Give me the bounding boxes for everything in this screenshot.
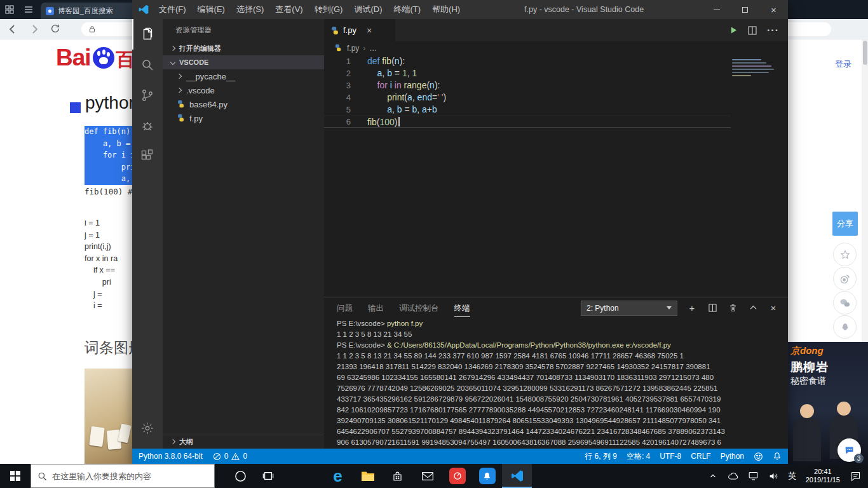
file-explorer-icon[interactable]	[353, 464, 383, 488]
cursor-position-status[interactable]: 行 6, 列 9	[585, 451, 617, 462]
problems-status[interactable]: 0 0	[213, 452, 247, 461]
menubar-item[interactable]: 终端(T)	[388, 0, 426, 19]
activity-search-icon[interactable]	[132, 50, 163, 80]
task-view-button[interactable]	[254, 464, 282, 488]
breadcrumb[interactable]: f.py › …	[324, 41, 788, 55]
menubar-item[interactable]: 文件(F)	[153, 0, 192, 19]
vscode-taskbar-icon[interactable]	[502, 464, 532, 488]
menubar-item[interactable]: 查看(V)	[269, 0, 308, 19]
favorite-icon[interactable]	[833, 243, 857, 266]
tree-item-base64.py[interactable]: base64.py	[163, 97, 324, 111]
browser-grid-icon[interactable]	[0, 0, 19, 19]
error-count: 0	[224, 452, 229, 461]
split-editor-button[interactable]	[748, 26, 757, 35]
panel-tab[interactable]: 问题	[337, 299, 353, 317]
forward-button[interactable]	[28, 23, 42, 36]
activity-explorer-icon[interactable]	[132, 19, 163, 50]
close-button[interactable]: ×	[759, 0, 788, 19]
editor-code-line[interactable]: 4 print(a, end=' ')	[324, 92, 731, 104]
code-editor[interactable]: 1def fib(n):2 a, b = 1, 13 for i in rang…	[324, 55, 731, 128]
python-interpreter-status[interactable]: Python 3.8.0 64-bit	[139, 452, 203, 461]
editor-code-line[interactable]: 2 a, b = 1, 1	[324, 67, 731, 79]
onedrive-cloud-icon[interactable]	[726, 471, 741, 480]
blue-app-icon[interactable]	[472, 464, 502, 488]
display-icon[interactable]	[746, 471, 761, 481]
editor-code-line[interactable]: 1def fib(n):	[324, 55, 731, 67]
panel-tab[interactable]: 输出	[368, 299, 384, 317]
more-actions-button[interactable]: ···	[767, 25, 779, 36]
login-link[interactable]: 登录	[835, 58, 851, 70]
ime-indicator[interactable]: 英	[784, 470, 801, 482]
workspace-folder-section[interactable]: VSCODE	[163, 55, 324, 69]
store-icon[interactable]	[383, 464, 412, 488]
notifications-bell-icon[interactable]	[773, 452, 782, 461]
maximize-panel-button[interactable]	[747, 302, 759, 314]
editor-code-line[interactable]: 5 a, b = b, a+b	[324, 104, 731, 116]
scrollbar-thumb[interactable]	[863, 41, 867, 65]
cortana-button[interactable]	[226, 464, 254, 488]
new-terminal-button[interactable]: +	[686, 302, 698, 314]
panel-tab[interactable]: 终端	[454, 299, 470, 317]
tray-expand-icon[interactable]	[705, 471, 721, 480]
activity-debug-icon[interactable]	[132, 111, 163, 141]
split-terminal-button[interactable]	[707, 302, 718, 314]
qq-icon[interactable]	[833, 315, 857, 339]
terminal-selector[interactable]: 2: Python	[581, 301, 677, 316]
indentation-status[interactable]: 空格: 4	[627, 451, 650, 462]
volume-icon[interactable]	[766, 471, 782, 481]
menubar-item[interactable]: 帮助(H)	[426, 0, 466, 19]
terminal-selector-value: 2: Python	[587, 304, 619, 313]
tree-item-.vscode[interactable]: .vscode	[163, 83, 324, 97]
taskbar-search[interactable]	[31, 464, 215, 488]
lemma-gallery-image[interactable]	[85, 369, 132, 464]
mail-icon[interactable]	[412, 464, 442, 488]
red-app-icon[interactable]	[442, 464, 472, 488]
clock[interactable]: 20:41 2019/11/15	[806, 468, 840, 484]
terminal-output[interactable]: PS E:\vscode> python f.py1 1 2 3 5 8 13 …	[337, 318, 780, 447]
browser-menu-icon[interactable]	[19, 0, 38, 19]
minimize-button[interactable]	[702, 0, 731, 19]
settings-gear-icon[interactable]	[132, 413, 163, 444]
refresh-button[interactable]	[50, 23, 64, 36]
open-editors-section[interactable]: 打开的编辑器	[163, 41, 324, 55]
encoding-status[interactable]: UTF-8	[660, 452, 681, 461]
tree-item-__pycache__[interactable]: __pycache__	[163, 69, 324, 83]
menubar-item[interactable]: 选择(S)	[231, 0, 269, 19]
tab-close-icon[interactable]: ×	[367, 25, 372, 36]
maximize-button[interactable]	[731, 0, 759, 19]
file-tree: __pycache__.vscodebase64.pyf.py	[163, 69, 324, 125]
taskbar-search-input[interactable]	[52, 471, 192, 481]
file-name: .vscode	[186, 86, 215, 95]
edge-icon[interactable]: e	[323, 464, 353, 488]
language-status[interactable]: Python	[721, 452, 744, 461]
wechat-icon[interactable]	[833, 291, 857, 315]
kill-terminal-button[interactable]	[727, 302, 738, 314]
terminal-line: 392490709135 308061521170129 49845401187…	[337, 416, 780, 426]
message-widget[interactable]: 3	[837, 438, 861, 462]
editor-code-line[interactable]: 3 for i in range(n):	[324, 79, 731, 92]
page-code-line: j =	[85, 288, 118, 301]
menubar-item[interactable]: 转到(G)	[309, 0, 349, 19]
run-button[interactable]	[729, 26, 738, 34]
line-number: 3	[324, 79, 367, 92]
editor-code-line[interactable]: 6fib(100)	[324, 116, 731, 128]
action-center-icon[interactable]	[848, 471, 863, 482]
share-button[interactable]: 分享	[832, 212, 858, 236]
minimap[interactable]	[732, 57, 778, 78]
back-button[interactable]	[6, 23, 20, 36]
close-panel-button[interactable]: ×	[768, 302, 779, 314]
weibo-icon[interactable]	[833, 267, 857, 290]
outline-section[interactable]: 大纲	[163, 435, 324, 449]
browser-tab[interactable]: 博客园_百度搜索	[41, 3, 136, 19]
status-right: 行 6, 列 9 空格: 4 UTF-8 CRLF Python	[585, 451, 782, 462]
activity-source-control-icon[interactable]	[132, 80, 163, 111]
tree-item-f.py[interactable]: f.py	[163, 111, 324, 125]
start-button[interactable]	[0, 464, 31, 488]
panel-tab[interactable]: 调试控制台	[399, 299, 439, 317]
feedback-smiley-icon[interactable]	[754, 452, 763, 461]
activity-extensions-icon[interactable]	[132, 141, 163, 172]
menubar-item[interactable]: 调试(D)	[348, 0, 388, 19]
editor-tab-fpy[interactable]: f.py ×	[324, 19, 395, 41]
eol-status[interactable]: CRLF	[691, 452, 710, 461]
menubar-item[interactable]: 编辑(E)	[192, 0, 231, 19]
